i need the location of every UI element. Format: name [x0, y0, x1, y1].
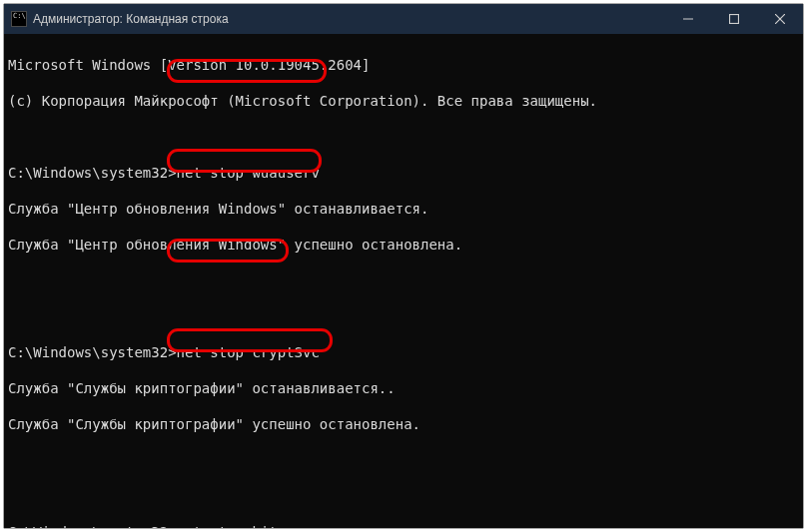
output-line [8, 128, 799, 146]
prompt-line: C:\Windows\system32>net stop wuauserv [8, 164, 799, 182]
minimize-icon [683, 14, 693, 24]
output-line [8, 307, 799, 325]
cmd-window: Администратор: Командная строка Microsof… [3, 3, 804, 529]
minimize-button[interactable] [665, 4, 711, 34]
prompt: C:\Windows\system32> [8, 344, 177, 360]
output-line: Microsoft Windows [Version 10.0.19045.26… [8, 56, 799, 74]
close-icon [775, 14, 785, 24]
cmd-icon [11, 11, 27, 27]
svg-rect-1 [730, 15, 739, 24]
output-line: Служба "Службы криптографии" останавлива… [8, 379, 799, 397]
close-button[interactable] [757, 4, 803, 34]
output-line: (c) Корпорация Майкрософт (Microsoft Cor… [8, 92, 799, 110]
prompt: C:\Windows\system32> [8, 165, 177, 181]
output-line [8, 487, 799, 505]
output-line [8, 271, 799, 289]
window-title: Администратор: Командная строка [33, 12, 665, 26]
output-line: Служба "Центр обновления Windows" остана… [8, 200, 799, 218]
prompt-line: C:\Windows\system32>net stop bits [8, 523, 799, 529]
output-line [8, 451, 799, 469]
output-line: Служба "Центр обновления Windows" успешн… [8, 236, 799, 254]
command-text: net stop bits [177, 524, 287, 529]
maximize-button[interactable] [711, 4, 757, 34]
prompt: C:\Windows\system32> [8, 524, 177, 529]
output-line: Служба "Службы криптографии" успешно ост… [8, 415, 799, 433]
title-bar[interactable]: Администратор: Командная строка [4, 4, 803, 34]
terminal-output[interactable]: Microsoft Windows [Version 10.0.19045.26… [4, 34, 803, 528]
command-text: net stop wuauserv [177, 165, 320, 181]
maximize-icon [729, 14, 739, 24]
prompt-line: C:\Windows\system32>net stop cryptSvc [8, 343, 799, 361]
window-controls [665, 4, 803, 34]
command-text: net stop cryptSvc [177, 344, 320, 360]
